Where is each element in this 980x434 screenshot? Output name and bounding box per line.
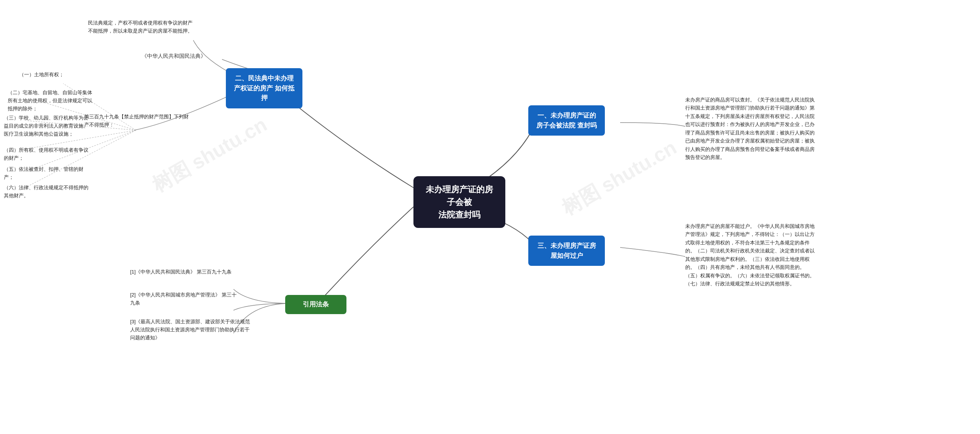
text-law-header: 第三百九十九条【禁止抵押的财产范围】下列财产不得抵押： [84,113,191,129]
text-ref-3: [3]《最高人民法院、国土资源部、建设部关于依法规范人民法院执行和国土资源房地产… [130,318,253,342]
text-left-item-1: （一）土地所有权； [19,71,64,79]
text-left-item-4: （四）所有权、使用权不明或者有争议的财产； [4,146,92,162]
text-topleft-main: 民法典规定，产权不明或者使用权有争议的财产不能抵押，所以未取是房产证的房屋不能抵… [88,19,195,35]
text-right-bottom: 未办理房产证的房屋不能过户。《中华人民共和国城市房地产管理法》规定，下列房地产，… [685,222,815,288]
text-left-item-2: （二）宅基地、自留地、自留山等集体所有土地的使用权，但是法律规定可以抵押的除外； [8,89,96,113]
text-right-top: 未办房产证的商品房可以查封。《关于依法规范人民法院执行和国土资源房地产管理部门协… [685,96,815,162]
mind-map-canvas: 未办理房产证的房子会被法院查封吗 一、未办理房产证的房子会被法院 查封吗 二、民… [0,0,980,434]
topic3-label: 三、未办理房产证房屋如何过户 [537,242,596,259]
topic2-label: 二、民法典中未办理产权证的房产 如何抵押 [234,75,294,102]
text-left-item-3: （三）学校、幼儿园、医疗机构等为公益目的成立的非营利法人的教育设施、医疗卫生设施… [4,114,92,138]
topic-node-1: 一、未办理房产证的房子会被法院 查封吗 [528,105,605,136]
text-ref-1: [1]《中华人民共和国民法典》 第三百九十九条 [130,268,232,276]
topic-node-3: 三、未办理房产证房屋如何过户 [528,236,605,266]
topic-node-4: 引用法条 [285,295,346,314]
topic-node-2: 二、民法典中未办理产权证的房产 如何抵押 [226,68,302,108]
topic4-label: 引用法条 [303,301,329,308]
text-left-item-5: （五）依法被查封、扣押、管辖的财产； [4,165,92,182]
text-ref-2: [2]《中华人民共和国城市房地产管理法》 第三十九条 [130,291,237,307]
central-label: 未办理房产证的房子会被法院查封吗 [426,185,493,219]
topic1-label: 一、未办理房产证的房子会被法院 查封吗 [536,112,597,129]
text-law-title: 《中华人民共和国民法典》 [142,52,206,60]
central-node: 未办理房产证的房子会被法院查封吗 [413,176,505,228]
watermark-right: 树图 shutu.cn [557,134,681,222]
text-left-item-6: （六）法律、行政法规规定不得抵押的其他财产。 [4,184,92,200]
